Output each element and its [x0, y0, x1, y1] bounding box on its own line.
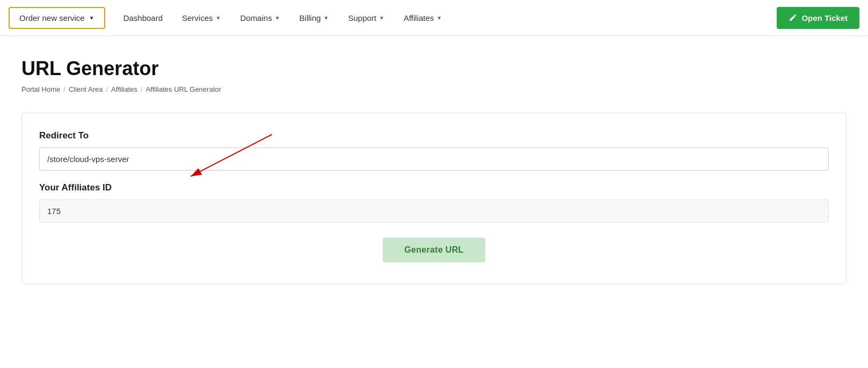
domains-chevron-icon: ▼	[275, 15, 280, 21]
billing-label: Billing	[300, 13, 321, 23]
nav-item-support[interactable]: Support ▼	[338, 2, 393, 34]
order-new-service-label: Order new service	[19, 13, 85, 23]
breadcrumb-sep-3: /	[141, 85, 143, 93]
redirect-to-input[interactable]	[39, 148, 829, 171]
main-content: URL Generator Portal Home / Client Area …	[0, 36, 868, 306]
breadcrumb-sep-1: /	[63, 85, 65, 93]
domains-label: Domains	[240, 13, 272, 23]
navbar: Order new service ▼ Dashboard Services ▼…	[0, 0, 868, 36]
services-label: Services	[182, 13, 213, 23]
affiliates-id-value: 175	[39, 200, 829, 223]
breadcrumb-client-area[interactable]: Client Area	[69, 85, 103, 93]
breadcrumb-affiliates[interactable]: Affiliates	[111, 85, 137, 93]
nav-item-dashboard[interactable]: Dashboard	[114, 2, 172, 34]
services-chevron-icon: ▼	[216, 15, 221, 21]
pencil-icon	[789, 13, 797, 22]
billing-chevron-icon: ▼	[324, 15, 329, 21]
affiliates-chevron-icon: ▼	[436, 15, 442, 21]
nav-items: Dashboard Services ▼ Domains ▼ Billing ▼…	[114, 2, 452, 34]
redirect-to-label: Redirect To	[39, 130, 829, 141]
order-chevron-icon: ▼	[89, 15, 94, 21]
nav-item-domains[interactable]: Domains ▼	[230, 2, 289, 34]
support-chevron-icon: ▼	[379, 15, 384, 21]
nav-item-services[interactable]: Services ▼	[172, 2, 230, 34]
dashboard-label: Dashboard	[123, 13, 163, 23]
breadcrumb-sep-2: /	[106, 85, 108, 93]
breadcrumb-home[interactable]: Portal Home	[21, 85, 60, 93]
breadcrumb: Portal Home / Client Area / Affiliates /…	[21, 85, 847, 93]
page-title: URL Generator	[21, 57, 847, 80]
order-new-service-button[interactable]: Order new service ▼	[9, 7, 105, 29]
open-ticket-button[interactable]: Open Ticket	[777, 7, 859, 29]
support-label: Support	[348, 13, 376, 23]
breadcrumb-current: Affiliates URL Generator	[146, 85, 221, 93]
generate-url-button[interactable]: Generate URL	[383, 238, 485, 262]
url-generator-card: Redirect To Your Affiliates ID 175 Gener…	[21, 113, 847, 284]
nav-item-billing[interactable]: Billing ▼	[290, 2, 339, 34]
affiliates-label: Affiliates	[404, 13, 434, 23]
affiliates-id-label: Your Affiliates ID	[39, 182, 829, 193]
open-ticket-label: Open Ticket	[801, 13, 848, 23]
nav-item-affiliates[interactable]: Affiliates ▼	[394, 2, 451, 34]
